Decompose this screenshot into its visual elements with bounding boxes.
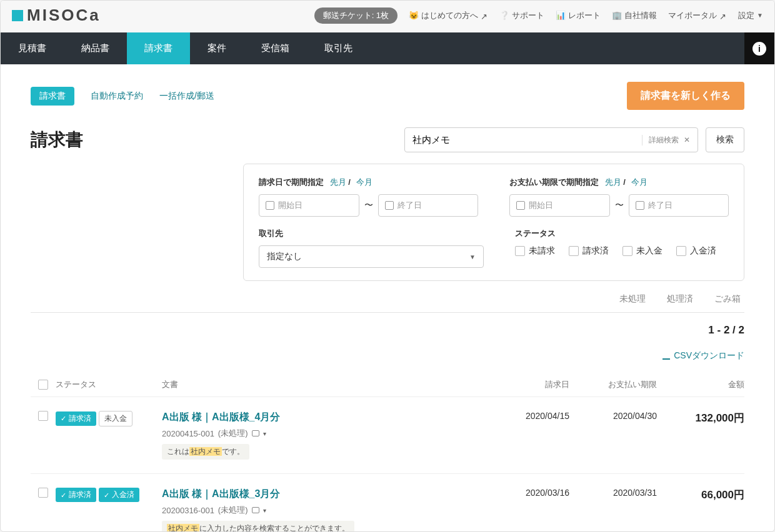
checkbox-icon <box>676 246 686 256</box>
main-nav: 見積書納品書請求書案件受信箱取引先 i <box>1 32 774 64</box>
csv-download-link[interactable]: CSVダウンロード <box>662 350 744 362</box>
calendar-icon <box>385 201 394 210</box>
checkbox-icon <box>569 246 579 256</box>
folder-tab-1[interactable]: 処理済 <box>667 293 693 305</box>
link-report[interactable]: 📊 レポート <box>556 10 601 21</box>
status-check-3[interactable]: 入金済 <box>676 245 716 257</box>
search-button[interactable]: 検索 <box>706 127 744 152</box>
link-settings[interactable]: 設定 ▼ <box>738 10 763 21</box>
billing-end-date[interactable]: 終了日 <box>378 194 479 217</box>
subtab-auto[interactable]: 自動作成予約 <box>91 91 143 102</box>
folder-tab-2[interactable]: ごみ箱 <box>714 293 741 305</box>
memo-text: 社内メモに入力した内容を検索することができます。 <box>162 521 354 531</box>
info-icon: i <box>752 42 766 56</box>
memo-text: これは社内メモです。 <box>162 444 249 460</box>
brand-name: MISOCa <box>27 6 101 25</box>
checkbox-icon <box>515 246 525 256</box>
link-this-month[interactable]: 今月 <box>356 177 372 187</box>
nav-item-2[interactable]: 請求書 <box>127 32 190 64</box>
comment-icon[interactable] <box>252 507 259 513</box>
download-icon <box>662 352 670 360</box>
subtab-invoices[interactable]: 請求書 <box>31 87 74 106</box>
status-badge: 入金済 <box>99 488 139 502</box>
link-first-time[interactable]: 😺 はじめての方へ ↗ <box>409 10 488 21</box>
link-prev-month[interactable]: 先月 <box>330 177 346 187</box>
due-start-date[interactable]: 開始日 <box>509 194 610 217</box>
status-check-1[interactable]: 請求済 <box>569 245 609 257</box>
subtab-batch[interactable]: 一括作成/郵送 <box>159 91 214 102</box>
check-icon <box>104 491 109 500</box>
brand-logo-icon <box>12 10 23 21</box>
external-icon: ↗ <box>481 12 488 19</box>
link-myportal[interactable]: マイポータル ↗ <box>668 10 727 21</box>
status-badge: 請求済 <box>56 488 96 502</box>
chevron-down-icon: ▼ <box>469 254 476 260</box>
table-row: 請求済未入金A出版 様｜A出版様_4月分20200415-001 (未処理) ▾… <box>31 397 744 474</box>
status-check-0[interactable]: 未請求 <box>515 245 555 257</box>
calendar-icon <box>516 201 525 210</box>
nav-item-4[interactable]: 受信箱 <box>244 32 307 64</box>
billing-start-date[interactable]: 開始日 <box>259 194 359 217</box>
nav-item-5[interactable]: 取引先 <box>307 32 370 64</box>
table-header: ステータス 文書 請求日 お支払い期限 金額 <box>31 373 744 397</box>
calendar-icon <box>266 201 274 210</box>
link-prev-month-due[interactable]: 先月 <box>605 177 621 187</box>
status-badge: 未入金 <box>99 411 132 426</box>
chevron-down-icon: ▼ <box>757 12 763 19</box>
advanced-search-toggle[interactable]: 詳細検索 ✕ <box>642 135 690 145</box>
create-invoice-button[interactable]: 請求書を新しく作る <box>627 82 744 110</box>
close-icon: ✕ <box>684 135 690 144</box>
status-check-2[interactable]: 未入金 <box>622 245 662 257</box>
nav-item-0[interactable]: 見積書 <box>1 32 64 64</box>
doc-title-link[interactable]: A出版 様｜A出版様_4月分 <box>162 411 494 424</box>
page-title: 請求書 <box>31 128 83 152</box>
nav-item-3[interactable]: 案件 <box>190 32 244 64</box>
filter-panel: 請求日で期間指定 先月 / 今月 開始日 〜 終了日 お支払い期限で期間指定 先… <box>243 164 744 281</box>
brand-logo[interactable]: MISOCa <box>12 6 101 25</box>
search-input-wrapper: 詳細検索 ✕ <box>404 127 698 152</box>
external-icon: ↗ <box>719 12 727 19</box>
comment-icon[interactable] <box>252 430 259 436</box>
link-support[interactable]: ❔ サポート <box>499 10 544 21</box>
search-input[interactable] <box>412 135 642 145</box>
nav-item-1[interactable]: 納品書 <box>64 32 127 64</box>
chevron-down-icon[interactable]: ▾ <box>263 507 266 514</box>
ticket-chip[interactable]: 郵送チケット: 1枚 <box>314 7 398 24</box>
status-badge: 請求済 <box>56 411 96 426</box>
checkbox-icon <box>622 246 632 256</box>
select-all-checkbox[interactable] <box>38 380 48 390</box>
row-checkbox[interactable] <box>38 488 48 498</box>
calendar-icon <box>636 201 644 210</box>
row-checkbox[interactable] <box>38 411 48 421</box>
folder-tab-0[interactable]: 未処理 <box>619 293 646 305</box>
check-icon <box>61 414 66 423</box>
link-this-month-due[interactable]: 今月 <box>631 177 648 187</box>
topbar: MISOCa 郵送チケット: 1枚 😺 はじめての方へ ↗ ❔ サポート 📊 レ… <box>1 1 774 32</box>
pager-text: 1 - 2 / 2 <box>31 324 744 337</box>
info-button[interactable]: i <box>744 32 774 64</box>
check-icon <box>61 491 66 500</box>
due-end-date[interactable]: 終了日 <box>629 194 729 217</box>
doc-title-link[interactable]: A出版 様｜A出版様_3月分 <box>162 488 494 501</box>
table-row: 請求済入金済A出版 様｜A出版様_3月分20200316-001 (未処理) ▾… <box>31 474 744 531</box>
chevron-down-icon[interactable]: ▾ <box>263 430 266 437</box>
client-select[interactable]: 指定なし▼ <box>259 245 484 268</box>
link-company[interactable]: 🏢 自社情報 <box>612 10 657 21</box>
